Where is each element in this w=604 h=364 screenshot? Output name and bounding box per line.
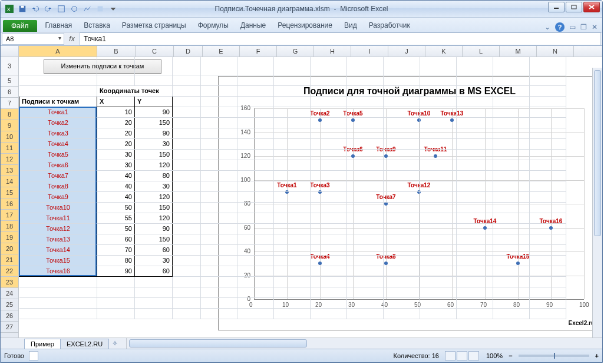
cell-N17[interactable] <box>530 202 566 213</box>
cell-F13[interactable] <box>237 160 274 170</box>
cell-K21[interactable] <box>420 244 457 255</box>
cell-N26[interactable] <box>530 297 566 308</box>
cell-M24[interactable] <box>493 276 530 287</box>
cell-M8[interactable] <box>493 107 530 117</box>
cell-F8[interactable] <box>237 107 274 117</box>
cell-K14[interactable] <box>420 170 457 181</box>
cell-J25[interactable] <box>384 287 420 297</box>
cell-A11[interactable]: Точка4 <box>19 138 97 149</box>
zoom-slider[interactable] <box>519 355 589 357</box>
row-header-23[interactable]: 23 <box>1 277 18 288</box>
cell-H11[interactable] <box>311 138 347 149</box>
row-header-12[interactable]: 12 <box>1 154 18 165</box>
cell-F22[interactable] <box>237 255 274 266</box>
cell-G17[interactable] <box>274 202 311 213</box>
cell-H14[interactable] <box>311 170 347 181</box>
cell-I9[interactable] <box>347 117 384 128</box>
cell-C22[interactable]: 30 <box>135 255 173 266</box>
cell-C20[interactable]: 150 <box>135 234 173 244</box>
cell-A12[interactable]: Точка5 <box>19 149 97 160</box>
cell-G15[interactable] <box>274 181 311 191</box>
cell-J18[interactable] <box>384 213 420 223</box>
cell-C24[interactable] <box>135 276 173 287</box>
qat-save-icon[interactable] <box>17 4 28 14</box>
cell-J16[interactable] <box>384 191 420 202</box>
cell-C5[interactable] <box>135 75 173 85</box>
cell-G22[interactable] <box>274 255 311 266</box>
cell-E14[interactable] <box>201 170 237 181</box>
cell-N10[interactable] <box>530 128 566 138</box>
cell-H12[interactable] <box>311 149 347 160</box>
cell-N5[interactable] <box>530 75 566 85</box>
cell-H22[interactable] <box>311 255 347 266</box>
cell-N8[interactable] <box>530 107 566 117</box>
new-sheet-icon[interactable]: ✧ <box>108 339 121 348</box>
cell-B5[interactable] <box>97 75 135 85</box>
cell-C25[interactable] <box>135 287 173 297</box>
cell-L13[interactable] <box>457 160 493 170</box>
cell-E11[interactable] <box>201 138 237 149</box>
cell-L20[interactable] <box>457 234 493 244</box>
cell-F11[interactable] <box>237 138 274 149</box>
cell-C16[interactable]: 120 <box>135 191 173 202</box>
cell-M13[interactable] <box>493 160 530 170</box>
cell-D9[interactable] <box>173 117 201 128</box>
cell-E10[interactable] <box>201 128 237 138</box>
cell-L19[interactable] <box>457 223 493 234</box>
cell-K17[interactable] <box>420 202 457 213</box>
cell-K13[interactable] <box>420 160 457 170</box>
cell-F9[interactable] <box>237 117 274 128</box>
cell-N13[interactable] <box>530 160 566 170</box>
cell-N20[interactable] <box>530 234 566 244</box>
cell-G14[interactable] <box>274 170 311 181</box>
cell-A14[interactable]: Точка7 <box>19 170 97 181</box>
cell-J20[interactable] <box>384 234 420 244</box>
cell-I18[interactable] <box>347 213 384 223</box>
cell-I22[interactable] <box>347 255 384 266</box>
cell-J26[interactable] <box>384 297 420 308</box>
cell-E19[interactable] <box>201 223 237 234</box>
column-header-L[interactable]: L <box>463 46 500 57</box>
column-header-G[interactable]: G <box>277 46 314 57</box>
cell-K18[interactable] <box>420 213 457 223</box>
cell-H5[interactable] <box>311 75 347 85</box>
cell-C14[interactable]: 80 <box>135 170 173 181</box>
cell-G18[interactable] <box>274 213 311 223</box>
row-header-22[interactable]: 22 <box>1 266 18 277</box>
cell-I14[interactable] <box>347 170 384 181</box>
cell-H20[interactable] <box>311 234 347 244</box>
cell-G5[interactable] <box>274 75 311 85</box>
row-header-13[interactable]: 13 <box>1 165 18 176</box>
cell-I23[interactable] <box>347 266 384 276</box>
cell-B26[interactable] <box>97 297 135 308</box>
cell-G19[interactable] <box>274 223 311 234</box>
cell-F12[interactable] <box>237 149 274 160</box>
cell-L5[interactable] <box>457 75 493 85</box>
cell-A25[interactable] <box>19 287 97 297</box>
cell-F24[interactable] <box>237 276 274 287</box>
cell-C19[interactable]: 90 <box>135 223 173 234</box>
ribbon-minimize-icon[interactable]: ⌄ <box>544 23 550 31</box>
column-header-N[interactable]: N <box>537 46 574 57</box>
cell-L15[interactable] <box>457 181 493 191</box>
cell-I27[interactable] <box>347 308 384 319</box>
cell-E21[interactable] <box>201 244 237 255</box>
cell-F17[interactable] <box>237 202 274 213</box>
file-tab[interactable]: Файл <box>3 20 37 32</box>
cell-I7[interactable] <box>347 96 384 107</box>
cell-M10[interactable] <box>493 128 530 138</box>
cell-D13[interactable] <box>173 160 201 170</box>
close-button[interactable] <box>583 2 600 12</box>
cell-K19[interactable] <box>420 223 457 234</box>
cell-B20[interactable]: 60 <box>97 234 135 244</box>
zoom-out-icon[interactable]: − <box>509 352 512 359</box>
cell-E20[interactable] <box>201 234 237 244</box>
cell-D26[interactable] <box>173 297 201 308</box>
cell-H23[interactable] <box>311 266 347 276</box>
cell-B7[interactable]: X <box>97 96 135 107</box>
row-header-15[interactable]: 15 <box>1 187 18 198</box>
cell-N19[interactable] <box>530 223 566 234</box>
cell-G13[interactable] <box>274 160 311 170</box>
cell-F20[interactable] <box>237 234 274 244</box>
cell-M18[interactable] <box>493 213 530 223</box>
